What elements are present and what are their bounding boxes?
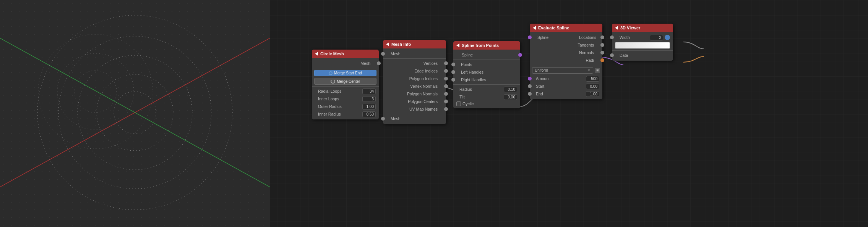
uniform-label: Uniform (535, 68, 548, 72)
eval-start-socket[interactable] (528, 84, 532, 88)
viewer-data-row: Data (612, 52, 673, 59)
spline-fp-radius-label: Radius (456, 87, 504, 92)
spline-fp-spline-in-socket[interactable] (518, 53, 522, 57)
spline-fp-radius-value[interactable]: 0.10 (504, 87, 517, 92)
mesh-info-vertices: Vertices (383, 60, 446, 67)
evaluate-spline-header: Evaluate Spline (530, 24, 602, 32)
node-mesh-info: Mesh Info Mesh Vertices Edge Indices Pol… (383, 40, 446, 124)
spline-from-points-header: Spline from Points (453, 41, 520, 50)
viewer-width-label: Width (617, 35, 648, 40)
merge-center-button[interactable]: Merge Center (314, 78, 376, 85)
vertices-socket[interactable] (444, 61, 448, 65)
merge-start-end-button[interactable]: Merge Start End (314, 70, 376, 76)
evaluate-spline-collapse[interactable] (533, 26, 536, 30)
eval-spline-in-socket[interactable] (528, 35, 532, 39)
spline-fp-right-handles-label: Right Handles (459, 77, 517, 82)
circle-mesh-mesh-socket[interactable] (377, 61, 381, 65)
spline-from-points-collapse[interactable] (456, 43, 459, 47)
polygon-normals-socket[interactable] (444, 92, 448, 96)
eval-tangents-label: Tangents (533, 43, 597, 47)
3d-viewer-body: Width 2 Data (612, 32, 673, 61)
eval-end-value[interactable]: 1.00 (586, 91, 599, 97)
node-3d-viewer: 3D Viewer Width 2 Data (612, 24, 673, 61)
mesh-info-mesh-in-socket[interactable] (381, 52, 385, 56)
spline-fp-spline-in: Spline (453, 51, 520, 59)
eval-radii-socket[interactable] (600, 58, 604, 62)
spline-fp-left-handles: Left Handles (453, 68, 520, 76)
spline-fp-tilt: Tilt 0.00 (453, 93, 520, 101)
eval-end-label: End (533, 92, 586, 96)
circle-mesh-merge-start-row: Merge Start End (312, 69, 379, 77)
spline-fp-right-handles-socket[interactable] (451, 78, 455, 82)
viewport-panel (0, 0, 270, 227)
mesh-info-edge-indices: Edge Indices (383, 67, 446, 75)
eval-start-label: Start (533, 84, 586, 89)
evaluate-spline-title: Evaluate Spline (538, 26, 569, 30)
eval-end: End 1.00 (530, 90, 602, 98)
uniform-dropdown[interactable]: Uniform ▼ (532, 67, 593, 74)
viewer-width-dot[interactable] (665, 35, 670, 40)
grid-settings-icon[interactable]: ⊞ (595, 68, 600, 73)
eval-spline-in-label: Spline (535, 35, 567, 40)
circle-mesh-merge-center-row: Merge Center (312, 77, 379, 85)
cyclic-checkbox[interactable] (456, 101, 461, 106)
3d-viewer-header: 3D Viewer (612, 24, 673, 32)
circle-mesh-body: Mesh Merge Start End Merge Center (312, 58, 379, 119)
mesh-info-header: Mesh Info (383, 40, 446, 48)
mesh-out-label: Mesh (388, 116, 443, 121)
evaluate-spline-body: Spline Locations Tangents Normals Radi (530, 32, 602, 99)
spline-fp-points: Points (453, 61, 520, 68)
eval-radii-label: Radi (533, 58, 597, 63)
eval-radii: Radi (530, 56, 602, 64)
spline-fp-tilt-label: Tilt (456, 95, 504, 99)
merge-start-icon (329, 71, 333, 75)
eval-spline-out-socket[interactable] (600, 35, 604, 39)
radial-loops-value[interactable]: 34 (362, 89, 376, 94)
polygon-indices-socket[interactable] (444, 77, 448, 80)
edge-indices-socket[interactable] (444, 69, 448, 73)
mesh-info-polygon-indices: Polygon Indices (383, 75, 446, 82)
eval-amount-socket[interactable] (528, 77, 532, 80)
node-spline-from-points: Spline from Points Spline Points Left Ha… (453, 41, 520, 108)
eval-end-socket[interactable] (528, 92, 532, 96)
spline-fp-right-handles: Right Handles (453, 76, 520, 84)
eval-normals-socket[interactable] (600, 51, 604, 55)
cyclic-label: Cyclic (462, 101, 474, 106)
uv-names-socket[interactable] (444, 107, 448, 111)
spline-fp-points-socket[interactable] (451, 63, 455, 66)
eval-amount-label: Amount (533, 76, 586, 81)
outer-radius-value[interactable]: 1.00 (362, 104, 376, 109)
polygon-normals-label: Polygon Normals (386, 92, 441, 96)
eval-normals-label: Normals (533, 50, 597, 55)
mesh-info-body: Mesh Vertices Edge Indices Polygon Indic… (383, 48, 446, 124)
eval-start-value[interactable]: 0.00 (586, 84, 599, 89)
circle-mesh-collapse[interactable] (315, 52, 318, 56)
viewer-color-swatch[interactable] (615, 42, 670, 49)
mesh-info-collapse[interactable] (386, 42, 389, 46)
spline-fp-spline-in-label: Spline (459, 53, 515, 57)
mesh-info-title: Mesh Info (391, 42, 411, 47)
eval-tangents: Tangents (530, 41, 602, 49)
vertex-normals-socket[interactable] (444, 84, 448, 88)
dropdown-arrow: ▼ (587, 69, 591, 72)
viewer-width-value[interactable]: 2 (650, 35, 663, 40)
spline-fp-tilt-value[interactable]: 0.00 (504, 94, 517, 100)
mesh-info-mesh-out-socket[interactable] (381, 117, 385, 121)
polygon-centers-socket[interactable] (444, 100, 448, 103)
inner-loops-value[interactable]: 3 (362, 96, 376, 102)
mesh-info-mesh-in-label: Mesh (388, 52, 443, 56)
circle-mesh-inner-loops: Inner Loops 3 (312, 95, 379, 103)
inner-radius-value[interactable]: 0.50 (362, 111, 376, 117)
eval-tangents-socket[interactable] (600, 43, 604, 47)
viewer-width-row: Width 2 (612, 34, 673, 41)
viewer-data-label: Data (617, 53, 670, 58)
spline-fp-left-handles-socket[interactable] (451, 70, 455, 74)
eval-amount-value[interactable]: 500 (586, 76, 599, 82)
viewer-data-socket[interactable] (610, 53, 614, 57)
3d-viewer-collapse[interactable] (615, 26, 618, 30)
node-editor: Circle Mesh Mesh Merge Start End Merge (270, 0, 868, 227)
inner-loops-label: Inner Loops (315, 97, 362, 101)
spline-fp-radius: Radius 0.10 (453, 85, 520, 93)
viewer-width-socket[interactable] (610, 35, 614, 39)
mesh-info-polygon-centers: Polygon Centers (383, 98, 446, 105)
